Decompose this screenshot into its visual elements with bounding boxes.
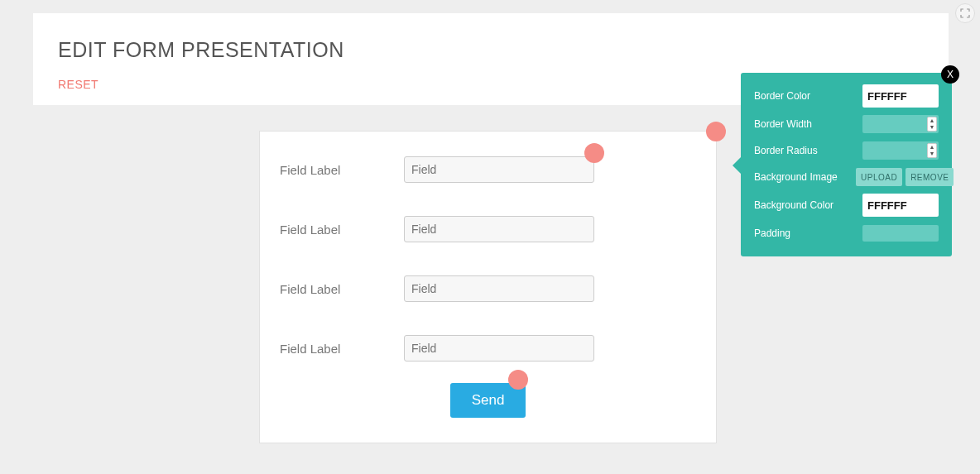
prop-label: Background Image [754, 171, 844, 183]
prop-label: Border Radius [754, 145, 824, 156]
expand-handle[interactable] [955, 3, 975, 23]
field-input[interactable] [404, 216, 594, 242]
prop-label: Background Color [754, 199, 840, 211]
form-row: Field Label [280, 275, 696, 302]
prop-row-border-radius: Border Radius ▲▼ [754, 141, 939, 160]
popover-arrow-icon [733, 156, 742, 175]
hotspot-field[interactable] [584, 143, 604, 163]
prop-label: Border Width [754, 118, 819, 130]
prop-row-padding: Padding [754, 223, 939, 243]
prop-row-border-width: Border Width ▲▼ [754, 114, 939, 134]
prop-row-bg-color: Background Color [754, 194, 939, 217]
field-label: Field Label [280, 223, 404, 237]
stepper-icon[interactable]: ▲▼ [927, 143, 937, 158]
field-input[interactable] [404, 335, 594, 361]
border-radius-stepper[interactable]: ▲▼ [862, 141, 939, 160]
bg-color-input[interactable] [862, 194, 939, 217]
close-button[interactable]: X [941, 65, 959, 84]
remove-button[interactable]: REMOVE [906, 168, 954, 186]
prop-label: Border Color [754, 90, 817, 102]
form-row: Field Label [280, 216, 696, 242]
prop-label: Padding [754, 227, 797, 239]
field-label: Field Label [280, 163, 404, 177]
reset-link[interactable]: RESET [58, 78, 98, 91]
hotspot-form-corner[interactable] [706, 122, 726, 141]
field-input[interactable] [404, 156, 594, 183]
properties-panel: X Border Color Border Width ▲▼ Border Ra… [741, 73, 952, 256]
prop-row-border-color: Border Color [754, 84, 939, 108]
field-label: Field Label [280, 282, 404, 296]
border-color-input[interactable] [862, 84, 939, 108]
stepper-icon[interactable]: ▲▼ [927, 117, 937, 132]
padding-input[interactable] [862, 225, 939, 242]
submit-row: Send [280, 383, 696, 418]
field-input[interactable] [404, 275, 594, 302]
expand-icon [959, 7, 971, 19]
border-width-stepper[interactable]: ▲▼ [862, 115, 939, 133]
form-row: Field Label [280, 335, 696, 361]
hotspot-submit[interactable] [508, 370, 528, 390]
form-preview: Field Label Field Label Field Label Fiel… [259, 131, 717, 443]
field-label: Field Label [280, 342, 404, 356]
upload-button[interactable]: UPLOAD [856, 168, 902, 186]
prop-row-bg-image: Background Image UPLOAD REMOVE [754, 167, 939, 187]
form-row: Field Label [280, 156, 696, 183]
page-title: EDIT FORM PRESENTATION [58, 38, 924, 62]
